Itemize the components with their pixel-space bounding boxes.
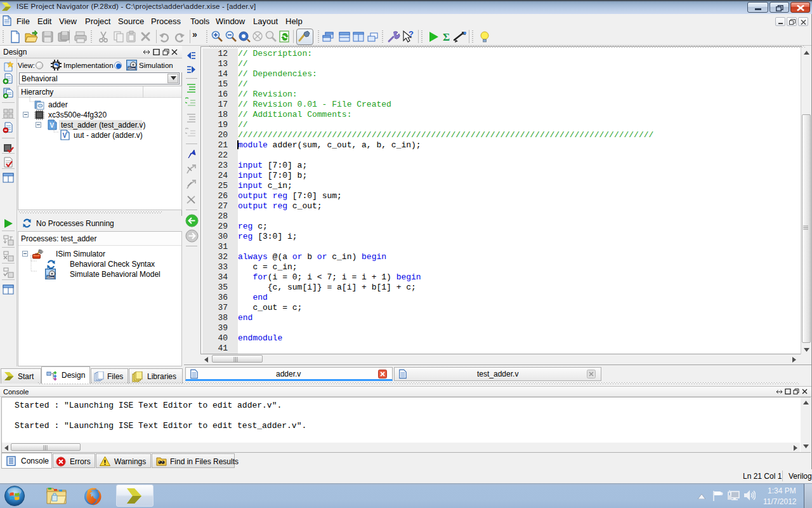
- svg-text:ISim: ISim: [128, 67, 136, 70]
- svg-text:Σ: Σ: [443, 31, 450, 43]
- svg-text:ISim: ISim: [47, 276, 55, 279]
- svg-text:?: ?: [409, 30, 414, 39]
- svg-text:V: V: [63, 132, 67, 139]
